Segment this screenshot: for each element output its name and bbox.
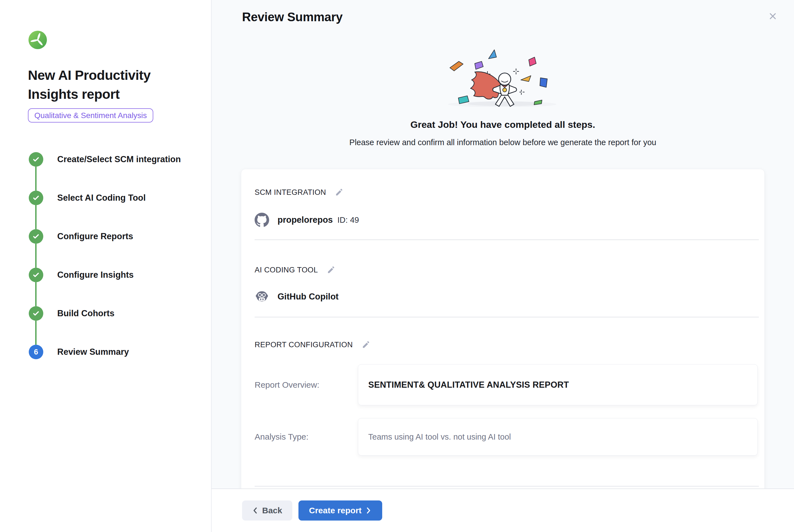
scm-integration-section-header: SCM INTEGRATION [254, 188, 751, 197]
analysis-type-value: Teams using AI tool vs. not using AI too… [368, 432, 511, 441]
chevron-left-icon [252, 507, 258, 514]
analysis-type-badge: Qualitative & Sentiment Analysis [28, 108, 153, 122]
ai-coding-tool-row: GitHub Copilot [254, 289, 751, 304]
step-review-summary[interactable]: 6 Review Summary [28, 345, 200, 359]
step-create-select-scm-integration[interactable]: Create/Select SCM integration [28, 152, 200, 191]
new-report-wizard: New AI Productivity Insights report Qual… [0, 0, 794, 532]
propeller-logo-icon [28, 30, 48, 50]
step-build-cohorts[interactable]: Build Cohorts [28, 306, 200, 345]
analysis-type-value-box: Teams using AI tool vs. not using AI too… [358, 418, 758, 456]
ai-coding-tool-section-header: AI CODING TOOL [254, 265, 751, 275]
completion-heading: Great Job! You have completed all steps. [410, 119, 595, 130]
step-configure-reports[interactable]: Configure Reports [28, 229, 200, 268]
review-summary-card: SCM INTEGRATION propelorepos ID: 49 [241, 169, 765, 489]
wizard-sidebar: New AI Productivity Insights report Qual… [0, 0, 212, 532]
step-active-number: 6 [29, 345, 43, 359]
step-done-check-icon [29, 268, 43, 282]
page-title: Review Summary [242, 10, 794, 24]
scm-integration-label: SCM INTEGRATION [254, 188, 326, 197]
analysis-type-label: Analysis Type: [254, 432, 358, 441]
edit-ai-coding-tool-icon[interactable] [326, 265, 336, 275]
report-configuration-section-header: REPORT CONFIGURATION [254, 340, 751, 349]
step-done-check-icon [29, 229, 43, 244]
close-icon[interactable] [767, 11, 778, 22]
step-configure-insights[interactable]: Configure Insights [28, 268, 200, 306]
chevron-right-icon [365, 507, 372, 514]
section-divider [254, 317, 759, 317]
report-overview-value-box: SENTIMENT& QUALITATIVE ANALYSIS REPORT [358, 364, 758, 405]
scm-integration-id: ID: 49 [338, 215, 359, 224]
step-select-ai-coding-tool[interactable]: Select AI Coding Tool [28, 191, 200, 229]
wizard-footer: Back Create report [212, 489, 794, 532]
report-configuration-label: REPORT CONFIGURATION [254, 341, 353, 349]
edit-scm-integration-icon[interactable] [335, 188, 344, 197]
report-overview-value: SENTIMENT& QUALITATIVE ANALYSIS REPORT [368, 380, 569, 390]
section-divider [254, 240, 759, 240]
ai-coding-tool-label: AI CODING TOOL [254, 266, 318, 274]
github-copilot-icon [254, 289, 269, 304]
step-done-check-icon [29, 191, 43, 205]
panel-content: Great Job! You have completed all steps.… [212, 28, 794, 489]
review-summary-panel: Review Summary [212, 0, 794, 532]
step-done-check-icon [29, 152, 43, 167]
report-overview-field-row: Report Overview: SENTIMENT& QUALITATIVE … [254, 364, 758, 405]
report-overview-label: Report Overview: [254, 380, 358, 390]
scm-integration-row: propelorepos ID: 49 [254, 212, 751, 227]
github-icon [254, 213, 269, 227]
edit-report-configuration-icon[interactable] [361, 340, 371, 349]
wizard-stepper: Create/Select SCM integration Select AI … [28, 152, 200, 359]
completion-hero: Great Job! You have completed all steps.… [349, 28, 656, 147]
scm-integration-name: propelorepos [278, 215, 333, 225]
panel-header: Review Summary [212, 0, 794, 28]
celebration-superhero-illustration [439, 45, 567, 107]
section-divider [254, 486, 759, 487]
back-button[interactable]: Back [242, 500, 292, 520]
report-wizard-title: New AI Productivity Insights report [28, 66, 184, 104]
create-report-button[interactable]: Create report [299, 500, 382, 520]
ai-coding-tool-name: GitHub Copilot [278, 292, 339, 302]
step-done-check-icon [29, 306, 43, 321]
completion-subheading: Please review and confirm all informatio… [349, 138, 656, 147]
analysis-type-field-row: Analysis Type: Teams using AI tool vs. n… [254, 418, 758, 456]
